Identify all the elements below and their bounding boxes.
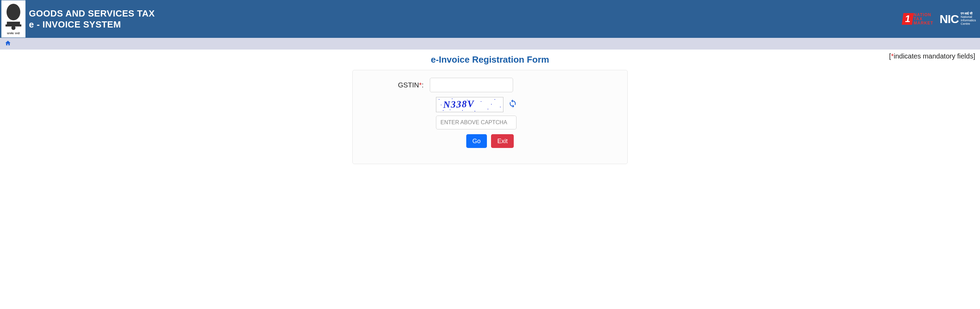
ntm-text: NATION TAX MARKET	[913, 13, 933, 25]
svg-point-11	[474, 111, 475, 111]
page-body: [*indicates mandatory fields] e-Invoice …	[0, 49, 980, 164]
title-line-2: e - INVOICE SYSTEM	[29, 19, 155, 30]
header-left: सत्यमेव जयते GOODS AND SERVICES TAX e - …	[2, 0, 155, 38]
gstin-label-text: GSTIN	[398, 81, 419, 89]
go-button[interactable]: Go	[466, 134, 487, 148]
nic-en1: National	[961, 15, 972, 19]
one-nation-tax-market-logo: 1 NATION TAX MARKET	[902, 13, 933, 25]
captcha-refresh-icon[interactable]	[508, 99, 517, 110]
nic-logo: NIC एन आई सी National Informatics Centre	[939, 12, 976, 26]
captcha-input-row	[436, 116, 619, 129]
exit-button[interactable]: Exit	[491, 134, 514, 148]
header-right: 1 NATION TAX MARKET NIC एन आई सी Nationa…	[902, 12, 976, 26]
nic-en3: Centre	[961, 22, 970, 25]
nic-en2: Informatics	[961, 19, 976, 22]
svg-point-6	[439, 99, 439, 100]
svg-rect-2	[7, 22, 20, 24]
title-line-1: GOODS AND SERVICES TAX	[29, 8, 155, 19]
svg-point-13	[488, 109, 488, 110]
emblem-icon: सत्यमेव जयते	[2, 0, 25, 38]
gstin-row: GSTIN*:	[361, 78, 619, 92]
gstin-input[interactable]	[430, 78, 513, 92]
svg-text:सत्यमेव जयते: सत्यमेव जयते	[6, 32, 20, 35]
gstin-label: GSTIN*:	[361, 81, 430, 89]
svg-point-18	[462, 110, 463, 111]
mandatory-note-text: indicates mandatory fields	[894, 52, 973, 60]
svg-point-14	[495, 99, 495, 100]
ntm-line3: MARKET	[913, 21, 933, 25]
svg-point-16	[441, 105, 441, 105]
nic-big: NIC	[939, 13, 959, 26]
home-icon[interactable]	[5, 40, 11, 48]
svg-point-12	[481, 101, 481, 102]
registration-card: GSTIN*: N338V	[352, 70, 628, 164]
ntm-one-icon: 1	[902, 13, 914, 25]
nav-bar	[0, 38, 980, 49]
page-title: e-Invoice Registration Form	[5, 54, 975, 65]
main-header: सत्यमेव जयते GOODS AND SERVICES TAX e - …	[0, 0, 980, 38]
svg-point-1	[6, 4, 20, 20]
site-title: GOODS AND SERVICES TAX e - INVOICE SYSTE…	[29, 8, 155, 30]
captcha-input[interactable]	[436, 116, 517, 129]
svg-point-4	[11, 26, 16, 30]
captcha-image-row: N338V	[436, 97, 619, 112]
captcha-image: N338V	[436, 97, 503, 112]
svg-point-19	[491, 104, 492, 105]
mandatory-note: [*indicates mandatory fields]	[889, 52, 975, 60]
captcha-text: N338V	[443, 98, 474, 110]
button-row: Go Exit	[361, 134, 619, 148]
svg-point-15	[500, 107, 501, 107]
nic-small: एन आई सी National Informatics Centre	[961, 12, 976, 26]
